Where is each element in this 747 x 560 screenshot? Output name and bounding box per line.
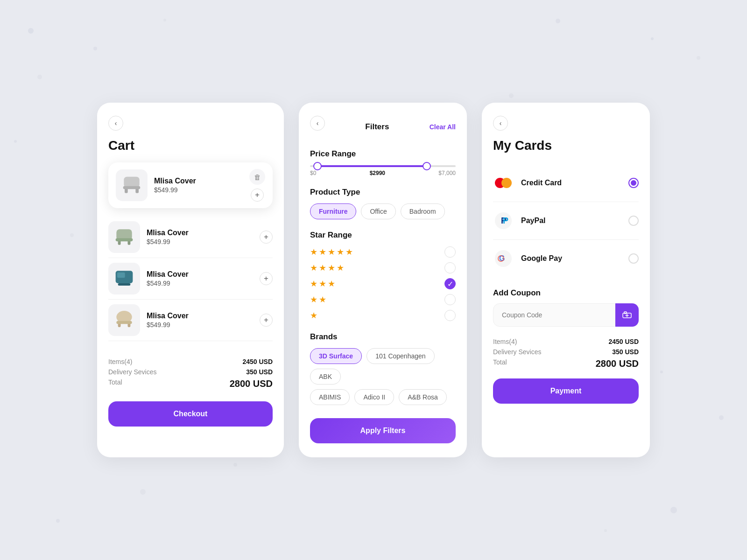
cart-items-label: Items(4) <box>108 358 132 365</box>
cart-total-label: Total <box>108 378 122 389</box>
credit-card-logo <box>493 173 514 193</box>
svg-text:P: P <box>503 216 508 225</box>
cart-item-name-3: Mlisa Cover <box>147 270 253 279</box>
cards-delivery-label: Delivery Sevices <box>493 348 541 356</box>
svg-rect-22 <box>624 312 627 314</box>
cart-items-value: 2450 USD <box>242 358 273 365</box>
cart-item-add-4[interactable]: + <box>260 314 273 327</box>
cart-item-add-3[interactable]: + <box>260 272 273 285</box>
price-range-min: $0 <box>310 170 316 176</box>
tag-badroom[interactable]: Badroom <box>401 203 445 219</box>
cart-panel: ‹ Cart Mlisa Cover $549.99 🗑 + <box>97 103 284 457</box>
cart-item-delete-1[interactable]: 🗑 <box>249 169 265 185</box>
price-range-thumb-min[interactable] <box>313 162 322 170</box>
star-check-2[interactable] <box>444 294 456 305</box>
cart-item-price-2: $549.99 <box>147 238 253 245</box>
tag-adico-ii[interactable]: Adico II <box>354 389 394 405</box>
coupon-input[interactable] <box>493 303 615 327</box>
cart-item-featured: Mlisa Cover $549.99 🗑 + <box>108 162 273 208</box>
cart-title: Cart <box>108 138 273 153</box>
payment-option-credit: Credit Card <box>493 164 639 202</box>
cart-delivery-row: Delivery Sevices 350 USD <box>108 368 273 376</box>
cart-item-name-2: Mlisa Cover <box>147 229 253 237</box>
paypal-radio[interactable] <box>628 216 639 226</box>
cart-item-image-3 <box>108 263 140 294</box>
product-type-section: Product Type Furniture Office Badroom <box>310 188 456 219</box>
cart-items-row: Items(4) 2450 USD <box>108 358 273 365</box>
payment-option-googlepay: G Google Pay <box>493 240 639 277</box>
tag-101-copenhagen[interactable]: 101 Copenhagen <box>366 348 434 364</box>
star-check-5[interactable] <box>444 246 456 258</box>
coupon-label: Add Coupon <box>493 288 639 298</box>
star-row-4: ★ ★ ★ ★ <box>310 262 456 273</box>
star-check-3[interactable]: ✓ <box>444 278 456 289</box>
star-check-4[interactable] <box>444 262 456 273</box>
tag-abimis[interactable]: ABIMIS <box>310 389 350 405</box>
cards-panel: ‹ My Cards Credit Card P P PayPal <box>482 103 650 457</box>
tag-office[interactable]: Office <box>361 203 395 219</box>
tag-abk[interactable]: ABK <box>310 369 341 385</box>
radio-inner <box>631 180 636 186</box>
svg-rect-9 <box>117 273 125 278</box>
filters-back-button[interactable]: ‹ <box>310 116 325 131</box>
cart-item-2: Mlisa Cover $549.99 + <box>108 217 273 258</box>
star-5: ★ <box>345 247 353 257</box>
cart-delivery-value: 350 USD <box>246 368 273 376</box>
cards-delivery-row: Delivery Sevices 350 USD <box>493 348 639 356</box>
mastercard-icon <box>495 177 512 189</box>
stars-5: ★ ★ ★ ★ ★ <box>310 247 353 257</box>
paypal-name: PayPal <box>521 217 621 225</box>
cart-item-price-1: $549.99 <box>154 186 243 194</box>
google-pay-icon: G <box>495 250 512 267</box>
cart-item-info-2: Mlisa Cover $549.99 <box>147 229 253 245</box>
star-range-label: Star Range <box>310 231 456 240</box>
cart-item-3: Mlisa Cover $549.99 + <box>108 258 273 300</box>
brands-section: Brands 3D Surface 101 Copenhagen ABK ABI… <box>310 332 456 405</box>
price-range-thumb-max[interactable] <box>423 162 431 170</box>
price-range-track[interactable] <box>310 165 456 167</box>
credit-card-radio[interactable] <box>628 178 639 188</box>
price-range-max: $7,000 <box>438 170 456 176</box>
credit-card-name: Credit Card <box>521 179 621 187</box>
filters-title: Filters <box>325 122 430 132</box>
cards-back-button[interactable]: ‹ <box>493 116 508 131</box>
cards-title: My Cards <box>493 138 639 153</box>
cart-item-name-1: Mlisa Cover <box>154 177 243 185</box>
apply-filters-button[interactable]: Apply Filters <box>310 418 456 443</box>
cards-items-value: 2450 USD <box>608 338 639 345</box>
payment-button[interactable]: Payment <box>493 378 639 404</box>
tag-ab-rosa[interactable]: A&B Rosa <box>399 389 447 405</box>
star-check-1[interactable] <box>444 310 456 321</box>
brands-row-2: ABIMIS Adico II A&B Rosa <box>310 389 456 405</box>
cart-item-name-4: Mlisa Cover <box>147 312 253 320</box>
filters-panel: ‹ Filters Clear All Price Range $0 $2990… <box>299 103 467 457</box>
cart-item-add-1[interactable]: + <box>251 189 264 202</box>
checkout-button[interactable]: Checkout <box>108 401 273 427</box>
googlepay-logo: G <box>493 248 514 269</box>
cart-item-info-4: Mlisa Cover $549.99 <box>147 312 253 329</box>
coupon-apply-button[interactable] <box>615 303 639 327</box>
cart-total-row: Total 2800 USD <box>108 378 273 389</box>
cart-delivery-label: Delivery Sevices <box>108 368 156 376</box>
coupon-row <box>493 303 639 327</box>
filters-header: ‹ Filters Clear All <box>310 116 456 138</box>
coupon-icon <box>622 310 632 320</box>
cart-back-button[interactable]: ‹ <box>108 116 123 131</box>
star-row-5: ★ ★ ★ ★ ★ <box>310 246 456 258</box>
star-row-2: ★ ★ <box>310 294 456 305</box>
star-3: ★ <box>328 247 335 257</box>
star-row-1: ★ <box>310 310 456 321</box>
svg-rect-7 <box>116 238 133 242</box>
googlepay-radio[interactable] <box>628 253 639 264</box>
cart-item-price-3: $549.99 <box>147 280 253 287</box>
cart-item-info-1: Mlisa Cover $549.99 <box>154 177 243 194</box>
cart-item-add-2[interactable]: + <box>260 231 273 244</box>
cards-delivery-value: 350 USD <box>612 348 639 356</box>
paypal-icon: P P <box>495 212 512 229</box>
clear-all-button[interactable]: Clear All <box>430 123 456 131</box>
tag-furniture[interactable]: Furniture <box>310 203 356 219</box>
price-range-labels: $0 $2990 $7,000 <box>310 170 456 176</box>
cards-summary: Items(4) 2450 USD Delivery Sevices 350 U… <box>493 338 639 369</box>
tag-3d-surface[interactable]: 3D Surface <box>310 348 362 364</box>
brands-row-1: 3D Surface 101 Copenhagen ABK <box>310 348 456 385</box>
